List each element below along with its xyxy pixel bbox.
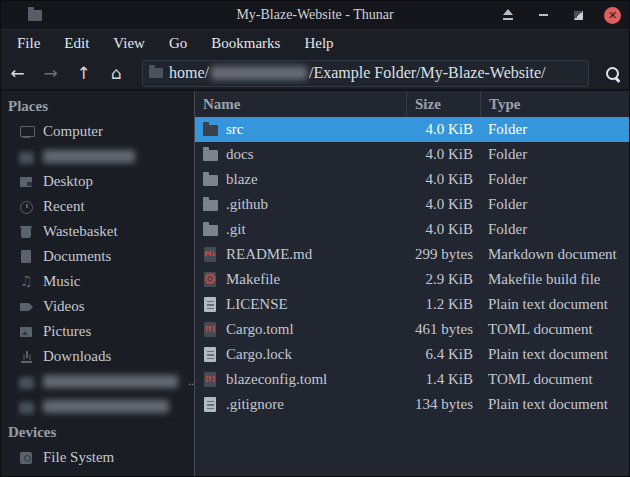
titlebar[interactable]: My-Blaze-Website - Thunar ✕ bbox=[1, 1, 629, 29]
redacted-label bbox=[43, 150, 135, 163]
table-row[interactable]: src4.0 KiBFolder bbox=[195, 117, 629, 142]
size-cell: 6.4 KiB bbox=[406, 342, 480, 367]
table-row[interactable]: M↓README.md299 bytesMarkdown document bbox=[195, 242, 629, 267]
doc-icon bbox=[19, 250, 34, 264]
sidebar-item-pictures[interactable]: Pictures bbox=[1, 319, 194, 344]
name-cell: src bbox=[195, 117, 406, 142]
name-inner: .github bbox=[203, 196, 268, 213]
redacted-label bbox=[43, 375, 178, 388]
table-row[interactable]: blaze4.0 KiBFolder bbox=[195, 167, 629, 192]
name-cell: Cargo.lock bbox=[195, 342, 406, 367]
type-cell: Plain text document bbox=[480, 392, 629, 417]
table-row[interactable]: .gitignore134 bytesPlain text document bbox=[195, 392, 629, 417]
toml-glyph: [t] bbox=[204, 322, 216, 337]
name-cell: blaze bbox=[195, 167, 406, 192]
picture-icon bbox=[19, 325, 34, 339]
makefile-icon: ⚙ bbox=[203, 272, 219, 288]
name-cell: M↓README.md bbox=[195, 242, 406, 267]
table-row[interactable]: LICENSE1.2 KiBPlain text document bbox=[195, 292, 629, 317]
menu-item-file[interactable]: File bbox=[5, 33, 52, 54]
sidebar-item-label: Wastebasket bbox=[43, 223, 118, 240]
file-pane: NameSizeType src4.0 KiBFolderdocs4.0 KiB… bbox=[195, 91, 629, 476]
name-inner: Cargo.lock bbox=[203, 346, 292, 363]
sidebar-item-label: Downloads bbox=[43, 348, 111, 365]
file-name: Cargo.lock bbox=[226, 346, 292, 363]
menu-item-go[interactable]: Go bbox=[157, 33, 199, 54]
sidebar-item-label: Pictures bbox=[43, 323, 91, 340]
sidebar-item-music[interactable]: Music bbox=[1, 269, 194, 294]
sidebar-item-wastebasket[interactable]: Wastebasket bbox=[1, 219, 194, 244]
sidebar-item-desktop[interactable]: Desktop bbox=[1, 169, 194, 194]
column-header-name[interactable]: Name bbox=[195, 91, 406, 117]
path-bar[interactable]: home/ /Example Folder/My-Blaze-Website/ bbox=[142, 60, 589, 87]
sidebar-item-computer[interactable]: Computer bbox=[1, 119, 194, 144]
table-row[interactable]: ⚙Makefile2.9 KiBMakefile build file bbox=[195, 267, 629, 292]
markdown-icon: M↓ bbox=[203, 247, 219, 263]
name-inner: M↓README.md bbox=[203, 246, 312, 263]
forward-button[interactable]: → bbox=[34, 59, 67, 87]
table-row[interactable]: docs4.0 KiBFolder bbox=[195, 142, 629, 167]
text-icon bbox=[203, 297, 219, 313]
maximize-icon[interactable] bbox=[569, 6, 587, 24]
name-inner: docs bbox=[203, 146, 254, 163]
text-icon bbox=[203, 347, 219, 363]
menubar: FileEditViewGoBookmarksHelp bbox=[1, 29, 629, 57]
video-icon bbox=[19, 300, 34, 314]
menu-item-bookmarks[interactable]: Bookmarks bbox=[199, 33, 292, 54]
type-cell: Folder bbox=[480, 167, 629, 192]
name-inner: .gitignore bbox=[203, 396, 284, 413]
size-cell: 2.9 KiB bbox=[406, 267, 480, 292]
type-cell: Folder bbox=[480, 117, 629, 142]
file-name: blazeconfig.toml bbox=[226, 371, 327, 388]
close-icon[interactable]: ✕ bbox=[604, 7, 621, 24]
file-name: blaze bbox=[226, 171, 258, 188]
name-inner: LICENSE bbox=[203, 296, 288, 313]
sidebar-item-videos[interactable]: Videos bbox=[1, 294, 194, 319]
file-name: .github bbox=[226, 196, 268, 213]
path-prefix: home/ bbox=[169, 64, 209, 82]
name-cell: .gitignore bbox=[195, 392, 406, 417]
search-button[interactable] bbox=[595, 58, 629, 88]
sidebar-item-recent[interactable]: Recent bbox=[1, 194, 194, 219]
shade-icon[interactable] bbox=[499, 6, 517, 24]
back-button[interactable]: ← bbox=[1, 59, 34, 87]
home-button[interactable]: ⌂ bbox=[100, 59, 133, 87]
redacted-label bbox=[43, 400, 169, 413]
file-name: Cargo.toml bbox=[226, 321, 294, 338]
name-inner: blaze bbox=[203, 171, 258, 188]
file-name: LICENSE bbox=[226, 296, 288, 313]
file-name: .gitignore bbox=[226, 396, 284, 413]
column-header-size[interactable]: Size bbox=[406, 91, 480, 117]
size-cell: 134 bytes bbox=[406, 392, 480, 417]
sidebar-item-file-system[interactable]: File System bbox=[1, 445, 194, 470]
up-button[interactable]: ↑ bbox=[67, 59, 100, 87]
devices-section-label: Devices bbox=[1, 419, 194, 445]
sidebar-item-downloads[interactable]: Downloads bbox=[1, 344, 194, 369]
type-cell: Markdown document bbox=[480, 242, 629, 267]
table-row[interactable]: [t]blazeconfig.toml1.4 KiBTOML document bbox=[195, 367, 629, 392]
menu-item-edit[interactable]: Edit bbox=[52, 33, 101, 54]
name-inner: [t]blazeconfig.toml bbox=[203, 371, 327, 388]
table-row[interactable]: .github4.0 KiBFolder bbox=[195, 192, 629, 217]
sidebar-item-redacted[interactable] bbox=[1, 394, 194, 419]
drive-icon bbox=[19, 451, 34, 465]
download-icon bbox=[19, 350, 34, 364]
table-row[interactable]: .git4.0 KiBFolder bbox=[195, 217, 629, 242]
menu-item-help[interactable]: Help bbox=[292, 33, 345, 54]
folder-icon bbox=[203, 222, 219, 238]
sidebar-item-documents[interactable]: Documents bbox=[1, 244, 194, 269]
sidebar-item-redacted[interactable]: .. bbox=[1, 369, 194, 394]
table-row[interactable]: Cargo.lock6.4 KiBPlain text document bbox=[195, 342, 629, 367]
column-header-row: NameSizeType bbox=[195, 91, 629, 117]
places-list: ComputerDesktopRecentWastebasketDocument… bbox=[1, 119, 194, 419]
size-cell: 4.0 KiB bbox=[406, 142, 480, 167]
minimize-icon[interactable] bbox=[534, 6, 552, 24]
file-name: src bbox=[226, 121, 244, 138]
column-header-type[interactable]: Type bbox=[480, 91, 629, 117]
sidebar-item-redacted[interactable] bbox=[1, 144, 194, 169]
window-controls: ✕ bbox=[499, 6, 629, 24]
menu-item-view[interactable]: View bbox=[101, 33, 157, 54]
computer-icon bbox=[19, 125, 34, 139]
name-inner: [t]Cargo.toml bbox=[203, 321, 294, 338]
table-row[interactable]: [t]Cargo.toml461 bytesTOML document bbox=[195, 317, 629, 342]
